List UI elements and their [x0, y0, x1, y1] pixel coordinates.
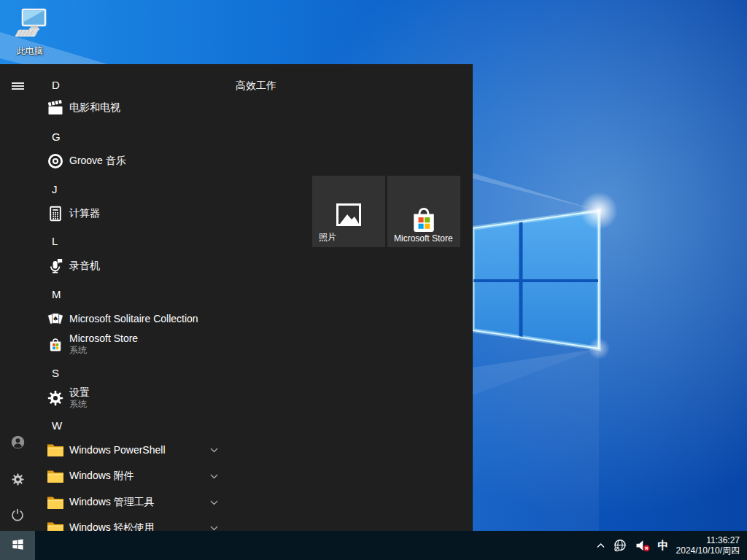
- movies-tv-icon: [47, 99, 64, 117]
- ime-indicator[interactable]: 中: [658, 539, 669, 553]
- tile-label: 照片: [319, 231, 336, 244]
- photos-icon: [333, 202, 365, 234]
- clock-time: 11:36:27: [706, 535, 740, 545]
- section-letter-d[interactable]: D: [52, 71, 81, 98]
- folder-icon: [47, 441, 64, 459]
- app-label: Microsoft Store: [69, 332, 138, 345]
- app-label: 录音机: [69, 260, 100, 273]
- app-label: 电影和电视: [69, 101, 120, 114]
- folder-item-windows-accessories[interactable]: Windows 附件: [47, 463, 455, 489]
- folder-label: Windows PowerShell: [69, 444, 166, 456]
- app-label: Groove 音乐: [69, 155, 126, 168]
- start-button[interactable]: [0, 531, 35, 560]
- app-item-settings[interactable]: 设置 系统: [47, 384, 455, 413]
- store-icon: [47, 335, 64, 353]
- groove-music-icon: [47, 152, 64, 170]
- section-letter-l[interactable]: L: [52, 228, 81, 254]
- taskbar: 中 11:36:27 2024/10/10/周四: [0, 531, 747, 560]
- voice-recorder-icon: [47, 257, 64, 275]
- app-item-groove-music[interactable]: Groove 音乐: [47, 148, 455, 174]
- this-pc-label: 此电脑: [17, 45, 43, 58]
- system-tray: 中 11:36:27 2024/10/10/周四: [596, 531, 747, 560]
- desktop: 此电脑: [0, 0, 747, 560]
- folder-item-windows-powershell[interactable]: Windows PowerShell: [47, 437, 455, 463]
- chevron-down-icon[interactable]: [209, 489, 219, 516]
- app-sublabel: 系统: [69, 345, 138, 356]
- app-item-solitaire[interactable]: ♠ Microsoft Solitaire Collection: [47, 306, 455, 332]
- clock-date: 2024/10/10/周四: [676, 545, 740, 556]
- tile-label: Microsoft Store: [394, 233, 453, 244]
- menu-hamburger-icon[interactable]: [9, 78, 26, 94]
- folder-label: Windows 轻松使用: [69, 521, 155, 531]
- volume-muted-icon[interactable]: [635, 539, 651, 553]
- show-hidden-icons-chevron[interactable]: [596, 542, 605, 549]
- folder-icon: [47, 519, 64, 531]
- section-letter-w[interactable]: W: [52, 412, 81, 438]
- section-letter-m[interactable]: M: [52, 281, 81, 307]
- settings-rail-icon[interactable]: [9, 471, 26, 487]
- this-pc-shortcut[interactable]: 此电脑: [7, 6, 53, 58]
- section-letter-g[interactable]: G: [52, 123, 81, 149]
- tile-microsoft-store[interactable]: Microsoft Store: [387, 176, 460, 247]
- taskbar-clock[interactable]: 11:36:27 2024/10/10/周四: [676, 535, 740, 556]
- network-no-internet-icon[interactable]: [613, 538, 627, 553]
- power-icon[interactable]: [9, 507, 26, 523]
- tile-group-title[interactable]: 高效工作: [236, 79, 276, 93]
- app-label: Microsoft Solitaire Collection: [69, 313, 198, 324]
- start-menu: D 电影和电视 G Groove 音乐: [0, 64, 473, 531]
- app-item-microsoft-store[interactable]: Microsoft Store 系统: [47, 330, 455, 359]
- solitaire-icon: ♠: [47, 310, 64, 327]
- folder-label: Windows 管理工具: [69, 496, 155, 509]
- chevron-down-icon[interactable]: [209, 437, 219, 463]
- calculator-icon: [47, 205, 64, 222]
- section-letter-s[interactable]: S: [52, 359, 81, 386]
- this-pc-icon: [12, 6, 47, 44]
- folder-icon: [47, 494, 64, 511]
- chevron-down-icon[interactable]: [209, 463, 219, 489]
- settings-gear-icon: [47, 389, 64, 407]
- folder-label: Windows 附件: [69, 470, 134, 483]
- section-letter-j[interactable]: J: [52, 176, 81, 202]
- app-sublabel: 系统: [69, 399, 90, 410]
- chevron-down-icon[interactable]: [209, 515, 219, 531]
- app-label: 计算器: [69, 207, 100, 220]
- folder-item-windows-ease-of-access[interactable]: Windows 轻松使用: [47, 515, 455, 531]
- app-item-movies-tv[interactable]: 电影和电视: [47, 95, 455, 121]
- folder-item-windows-admin-tools[interactable]: Windows 管理工具: [47, 489, 455, 516]
- windows-logo-icon: [12, 538, 24, 553]
- user-account-icon[interactable]: [9, 434, 26, 450]
- app-item-voice-recorder[interactable]: 录音机: [47, 253, 455, 279]
- app-label: 设置: [69, 386, 90, 399]
- svg-text:♠: ♠: [53, 315, 58, 322]
- tile-photos[interactable]: 照片: [312, 176, 385, 247]
- folder-icon: [47, 467, 64, 485]
